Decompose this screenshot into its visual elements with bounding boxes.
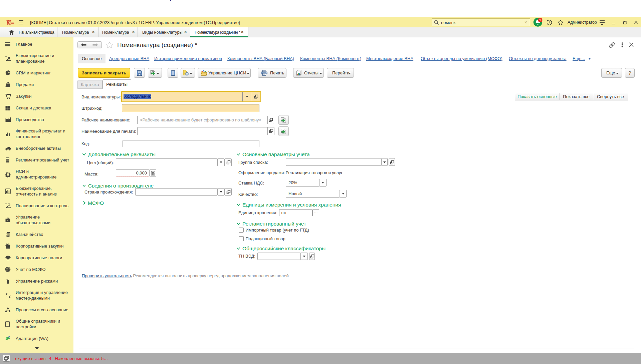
svg-text:1: 1 [539, 18, 541, 22]
